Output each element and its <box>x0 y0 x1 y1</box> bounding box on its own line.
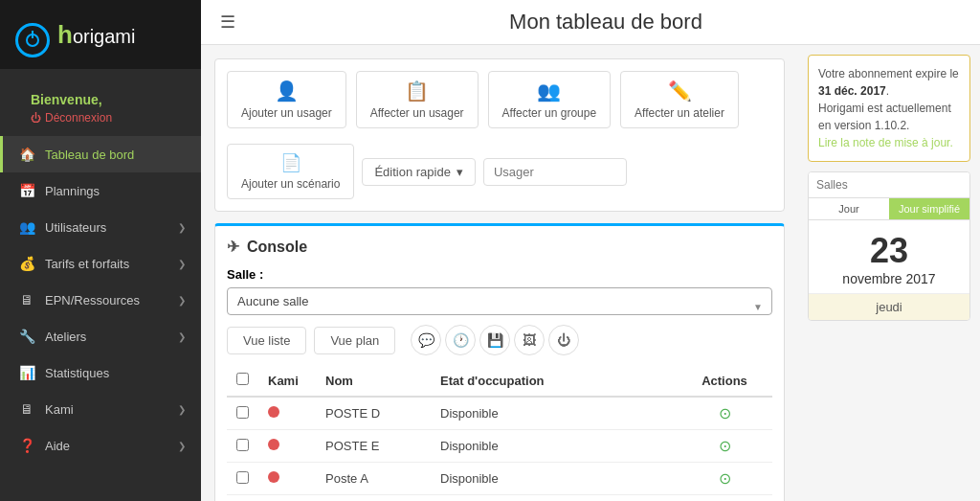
chat-icon-button[interactable]: 💬 <box>411 325 441 355</box>
dropdown-arrow-icon: ▾ <box>457 165 463 179</box>
action-status-icon[interactable]: ⊙ <box>719 438 731 454</box>
calendar-day-number: 23 <box>814 230 964 271</box>
hamburger-icon[interactable]: ☰ <box>220 11 235 33</box>
nav-icon-kami: 🖥 <box>18 400 35 418</box>
nav-label-tableau-de-bord: Tableau de bord <box>45 148 134 162</box>
console-icon: ✈ <box>227 238 239 256</box>
calendar-box: Jour Jour simplifié 23 novembre 2017 jeu… <box>808 171 970 321</box>
nav-icon-utilisateurs: 👥 <box>18 218 35 236</box>
main-content: ☰ Mon tableau de bord 👤 Ajouter un usage… <box>201 0 980 501</box>
logo-text-area: h origami <box>57 20 135 50</box>
clock-icon-button[interactable]: 🕐 <box>445 325 476 355</box>
kami-status-dot <box>268 439 279 450</box>
add-scenario-button[interactable]: 📄 Ajouter un scénario <box>227 144 354 199</box>
nav-icon-ateliers: 🔧 <box>18 328 35 345</box>
tab-jour-simplifie[interactable]: Jour simplifié <box>889 198 969 219</box>
row-kami-cell <box>258 430 316 463</box>
subscription-text3: Horigami est actuellement en version 1.1… <box>818 102 951 132</box>
tab-jour[interactable]: Jour <box>809 198 889 219</box>
subscription-text2: . <box>886 84 889 98</box>
sidebar-item-kami[interactable]: 🖥 Kami ❯ <box>0 391 201 427</box>
subscription-box: Votre abonnement expire le 31 déc. 2017.… <box>808 55 970 162</box>
row-checkbox[interactable] <box>236 406 249 419</box>
sidebar-item-utilisateurs[interactable]: 👥 Utilisateurs ❯ <box>0 209 201 245</box>
add-user-icon: 👤 <box>275 80 299 102</box>
usager-input[interactable] <box>483 158 627 186</box>
logo: h origami <box>0 0 201 69</box>
console-header: ✈ Console <box>227 238 772 256</box>
nav-icon-plannings: 📅 <box>18 182 35 199</box>
save-icon-button[interactable]: 💾 <box>479 325 510 355</box>
nav-icon-tableau-de-bord: 🏠 <box>18 146 35 163</box>
nav-label-tarifs-et-forfaits: Tarifs et forfaits <box>45 257 129 271</box>
nav-label-epn-ressources: EPN/Ressources <box>45 293 140 307</box>
logo-h: h <box>57 20 73 50</box>
vue-plan-button[interactable]: Vue plan <box>314 327 395 354</box>
table-body: POSTE D Disponible ⊙ POSTE E Disponible … <box>227 397 772 495</box>
sidebar-item-tarifs-et-forfaits[interactable]: 💰 Tarifs et forfaits ❯ <box>0 245 201 282</box>
select-all-checkbox[interactable] <box>236 373 249 385</box>
quick-actions-bar: 👤 Ajouter un usager 📋 Affecter un usager… <box>214 58 785 212</box>
th-checkbox <box>227 365 258 397</box>
row-actions-cell: ⊙ <box>677 463 772 495</box>
chevron-icon: ❯ <box>178 295 186 306</box>
nav-label-utilisateurs: Utilisateurs <box>45 220 106 235</box>
subscription-link[interactable]: Lire la note de mise à jour. <box>818 136 953 149</box>
sidebar-item-aide[interactable]: ❓ Aide ❯ <box>0 427 201 464</box>
image-icon-button[interactable]: 🖼 <box>514 325 545 355</box>
logo-brand: origami <box>73 26 136 48</box>
add-user-button[interactable]: 👤 Ajouter un usager <box>227 71 346 128</box>
sidebar-item-epn-ressources[interactable]: 🖥 EPN/Ressources ❯ <box>0 282 201 318</box>
edition-rapide-button[interactable]: Édition rapide ▾ <box>362 158 476 186</box>
sidebar-item-plannings[interactable]: 📅 Plannings <box>0 172 201 209</box>
day-tabs: Jour Jour simplifié <box>809 198 969 220</box>
salle-select[interactable]: Aucune salle <box>227 287 772 315</box>
kami-status-dot <box>268 471 279 483</box>
table-row: POSTE E Disponible ⊙ <box>227 430 772 463</box>
kami-status-dot <box>268 406 279 418</box>
affect-atelier-button[interactable]: ✏️ Affecter un atelier <box>620 71 739 128</box>
row-checkbox[interactable] <box>236 439 249 451</box>
subscription-text1: Votre abonnement expire le <box>818 67 959 80</box>
edition-rapide-row: 📄 Ajouter un scénario Édition rapide ▾ <box>227 144 772 199</box>
sidebar-item-tableau-de-bord[interactable]: 🏠 Tableau de bord <box>0 136 201 172</box>
salles-search-input[interactable] <box>809 172 969 198</box>
affect-atelier-icon: ✏️ <box>668 80 692 102</box>
nav-label-aide: Aide <box>45 439 70 453</box>
table-header: Kami Nom Etat d'occupation Actions <box>227 365 772 397</box>
action-status-icon[interactable]: ⊙ <box>719 405 731 421</box>
th-nom: Nom <box>316 365 431 397</box>
console-section: ✈ Console Salle : Aucune salle Vue liste… <box>214 223 785 501</box>
sidebar-item-ateliers[interactable]: 🔧 Ateliers ❯ <box>0 318 201 354</box>
chevron-icon: ❯ <box>178 222 186 233</box>
action-status-icon[interactable]: ⊙ <box>719 470 731 487</box>
affect-group-icon: 👥 <box>537 80 561 102</box>
sidebar-item-statistiques[interactable]: 📊 Statistiques <box>0 354 201 391</box>
row-kami-cell <box>258 397 316 430</box>
affect-user-button[interactable]: 📋 Affecter un usager <box>356 71 479 128</box>
vue-liste-button[interactable]: Vue liste <box>227 327 306 354</box>
chevron-icon: ❯ <box>178 259 186 269</box>
nav-label-plannings: Plannings <box>45 184 100 198</box>
logout-button[interactable]: ⏻ Déconnexion <box>15 111 186 136</box>
nav-icon-tarifs-et-forfaits: 💰 <box>18 255 35 272</box>
row-etat-cell: Disponible <box>431 397 677 430</box>
affect-group-button[interactable]: 👥 Affecter un groupe <box>488 71 612 128</box>
calendar-date: 23 novembre 2017 <box>809 220 969 293</box>
nav-label-ateliers: Ateliers <box>45 330 86 344</box>
row-nom-cell: POSTE E <box>316 430 431 463</box>
row-etat-cell: Disponible <box>431 430 677 463</box>
scenario-icon: 📄 <box>280 152 301 173</box>
top-header: ☰ Mon tableau de bord <box>201 0 980 45</box>
row-checkbox[interactable] <box>236 471 249 484</box>
table-row: Poste A Disponible ⊙ <box>227 463 772 495</box>
icon-action-buttons: 💬 🕐 💾 🖼 ⏻ <box>411 325 579 355</box>
th-kami: Kami <box>258 365 316 397</box>
nav-icon-epn-ressources: 🖥 <box>18 291 35 308</box>
subscription-date: 31 déc. 2017 <box>818 84 886 98</box>
nav-label-kami: Kami <box>45 402 74 417</box>
row-kami-cell <box>258 463 316 495</box>
power-off-icon-button[interactable]: ⏻ <box>548 325 579 355</box>
sidebar-nav: 🏠 Tableau de bord 📅 Plannings 👥 Utilisat… <box>0 136 201 464</box>
content-area: 👤 Ajouter un usager 📋 Affecter un usager… <box>201 45 980 501</box>
